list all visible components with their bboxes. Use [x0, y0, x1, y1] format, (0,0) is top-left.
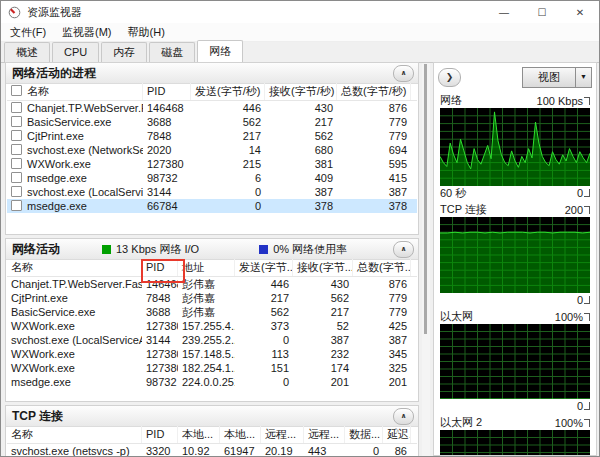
- column-header[interactable]: PID: [142, 426, 178, 443]
- table-row[interactable]: CjtPrint.exe7848217562779: [7, 129, 417, 143]
- view-button[interactable]: 视图 ▼: [522, 67, 592, 88]
- table-cell: 779: [337, 115, 411, 129]
- table-row[interactable]: WXWork.exe127380157.148.5...113232345: [7, 347, 417, 361]
- table-row[interactable]: WXWork.exe127380157.255.4...37352425: [7, 319, 417, 333]
- table-row[interactable]: svchost.exe (netsvcs -p)332010.926194720…: [7, 444, 417, 457]
- table-row[interactable]: msedge.exe987326409415: [7, 171, 417, 185]
- table-row[interactable]: WXWork.exe127380215381595: [7, 157, 417, 171]
- legend-label: 0% 网络使用率: [273, 242, 347, 257]
- collapse-button[interactable]: ∧: [393, 408, 414, 425]
- sort-indicator-icon: ∧: [396, 83, 400, 97]
- column-header[interactable]: 发送(字节...: [235, 259, 293, 276]
- view-dropdown-button[interactable]: ▼: [575, 68, 591, 87]
- graph-scale: 200: [565, 204, 590, 216]
- table-row[interactable]: BasicService.exe3688562217779: [7, 115, 417, 129]
- menu-item-file[interactable]: 文件(F): [10, 25, 46, 40]
- table-cell: 562: [293, 291, 353, 305]
- column-header[interactable]: 远程...: [261, 426, 304, 443]
- table-cell: svchost.exe (NetworkServic...: [7, 143, 143, 157]
- table-cell: 381: [265, 157, 337, 171]
- table-cell: 127380: [143, 157, 191, 171]
- graph-title: TCP 连接: [440, 202, 487, 217]
- scale-bracket: [584, 189, 590, 197]
- table-row[interactable]: msedge.exe98732224.0.0.2510201201: [7, 375, 417, 389]
- table-cell: 0: [191, 199, 265, 213]
- table-row[interactable]: CjtPrint.exe7848彭伟嘉217562779: [7, 291, 417, 305]
- row-checkbox[interactable]: [11, 144, 22, 155]
- tab-memory[interactable]: 内存: [101, 42, 147, 62]
- table-row[interactable]: Chanjet.TP.WebServer.FastCgi...146468彭伟嘉…: [7, 277, 417, 291]
- table-row[interactable]: svchost.exe (LocalServiceAnd...3144239.2…: [7, 333, 417, 347]
- table-cell: 425: [353, 319, 411, 333]
- collapse-button[interactable]: ∧: [393, 241, 414, 258]
- menu-item-help[interactable]: 帮助(H): [128, 25, 165, 40]
- row-checkbox[interactable]: [11, 186, 22, 197]
- table-cell: 876: [353, 277, 411, 291]
- column-header[interactable]: 名称: [7, 259, 142, 276]
- tcp-graph: [440, 217, 590, 293]
- graph-network: 网络 100 Kbps 60 秒 0: [434, 91, 596, 200]
- column-header[interactable]: 本地...: [220, 426, 261, 443]
- column-header[interactable]: PID: [143, 83, 191, 100]
- collapse-panel-button[interactable]: ❯: [438, 68, 461, 87]
- row-checkbox[interactable]: [11, 130, 22, 141]
- table-row[interactable]: Chanjet.TP.WebServer.Fast...146468446430…: [7, 101, 417, 115]
- table-row[interactable]: svchost.exe (NetworkServic...20201468069…: [7, 143, 417, 157]
- table-cell: 387: [337, 185, 411, 199]
- column-header[interactable]: 总数(字节/秒)∧: [337, 83, 411, 100]
- column-header[interactable]: 地址: [178, 259, 235, 276]
- maximize-button[interactable]: ☐: [523, 1, 561, 23]
- table-cell: 3688: [142, 305, 178, 319]
- tab-bar: 概述 CPU 内存 磁盘 网络: [1, 42, 599, 63]
- select-all-checkbox[interactable]: [11, 85, 22, 96]
- row-checkbox[interactable]: [11, 102, 22, 113]
- table-cell: 7848: [142, 291, 178, 305]
- column-header[interactable]: 本地...: [178, 426, 220, 443]
- column-header[interactable]: 名称: [7, 426, 142, 443]
- menu-item-monitor[interactable]: 监视器(M): [62, 25, 112, 40]
- table-row[interactable]: BasicService.exe3688彭伟嘉562217779: [7, 305, 417, 319]
- row-checkbox[interactable]: [11, 116, 22, 127]
- tab-overview[interactable]: 概述: [4, 42, 50, 62]
- column-header[interactable]: 接收(字节/秒): [265, 83, 337, 100]
- collapse-button[interactable]: ∧: [393, 65, 414, 82]
- table-cell: 127380: [142, 361, 178, 375]
- column-header[interactable]: 数据...: [345, 426, 383, 443]
- column-header[interactable]: 总数(字节...∧: [353, 259, 411, 276]
- ethernet2-graph: [440, 430, 590, 456]
- table-cell: Chanjet.TP.WebServer.FastCgi...: [7, 277, 142, 291]
- column-header[interactable]: 接收(字节...: [293, 259, 353, 276]
- table-row[interactable]: msedge.exe667840378378: [7, 199, 417, 213]
- table-row[interactable]: WXWork.exe127380182.254.1...151174325: [7, 361, 417, 375]
- vertical-scrollbar[interactable]: [422, 63, 430, 456]
- section-header[interactable]: TCP 连接 ∧: [6, 406, 418, 427]
- column-header[interactable]: 发送(字节/秒): [191, 83, 265, 100]
- table-cell: 3688: [143, 115, 191, 129]
- table-cell: CjtPrint.exe: [7, 129, 143, 143]
- minimize-button[interactable]: —: [485, 1, 523, 23]
- tab-cpu[interactable]: CPU: [52, 42, 99, 62]
- close-button[interactable]: ✕: [561, 1, 599, 23]
- table-cell: 0: [235, 333, 293, 347]
- scrollbar-thumb[interactable]: [424, 64, 427, 334]
- table-cell: 127380: [142, 319, 178, 333]
- column-header[interactable]: 名称: [7, 83, 143, 100]
- row-checkbox[interactable]: [11, 158, 22, 169]
- title-bar: 资源监视器 — ☐ ✕: [1, 1, 599, 23]
- table-cell: 201: [293, 375, 353, 389]
- table-cell: WXWork.exe: [7, 157, 143, 171]
- tab-disk[interactable]: 磁盘: [149, 42, 195, 62]
- column-header[interactable]: 远程...: [304, 426, 345, 443]
- table-cell: 215: [191, 157, 265, 171]
- row-checkbox[interactable]: [11, 200, 22, 211]
- table-cell: 595: [337, 157, 411, 171]
- column-header[interactable]: 延迟...∧: [383, 426, 411, 443]
- row-checkbox[interactable]: [11, 172, 22, 183]
- table-cell: 694: [337, 143, 411, 157]
- section-header[interactable]: 网络活动 13 Kbps 网络 I/O 0% 网络使用率 ∧: [6, 239, 418, 260]
- section-header[interactable]: 网络活动的进程 ∧: [6, 63, 418, 84]
- table-cell: msedge.exe: [7, 199, 143, 213]
- table-cell: 3144: [143, 185, 191, 199]
- table-row[interactable]: svchost.exe (LocalServiceA...31440387387: [7, 185, 417, 199]
- tab-network[interactable]: 网络: [197, 40, 243, 63]
